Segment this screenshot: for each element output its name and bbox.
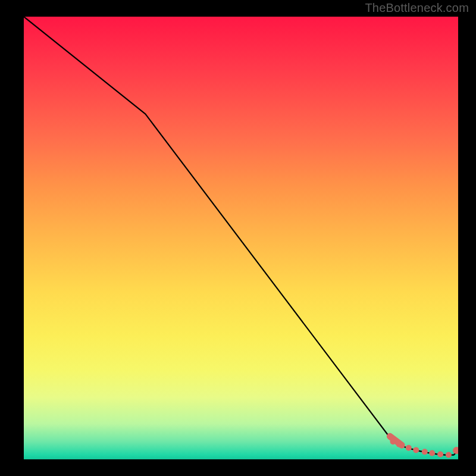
marker-dot [437, 451, 443, 457]
marker-dot [453, 447, 458, 454]
plot-area [24, 17, 458, 459]
watermark-text: TheBottleneck.com [365, 1, 469, 15]
bottleneck-curve-group [24, 17, 458, 458]
chart-frame: TheBottleneck.com [0, 0, 476, 476]
marker-dot [406, 445, 412, 451]
bottleneck-curve [24, 17, 458, 455]
marker-dot [413, 447, 419, 453]
marker-dot [446, 452, 452, 458]
marker-dot [422, 449, 428, 455]
marker-dot [390, 439, 396, 444]
curve-svg [24, 17, 458, 459]
marker-dot [396, 441, 402, 447]
marker-dot [429, 450, 435, 456]
